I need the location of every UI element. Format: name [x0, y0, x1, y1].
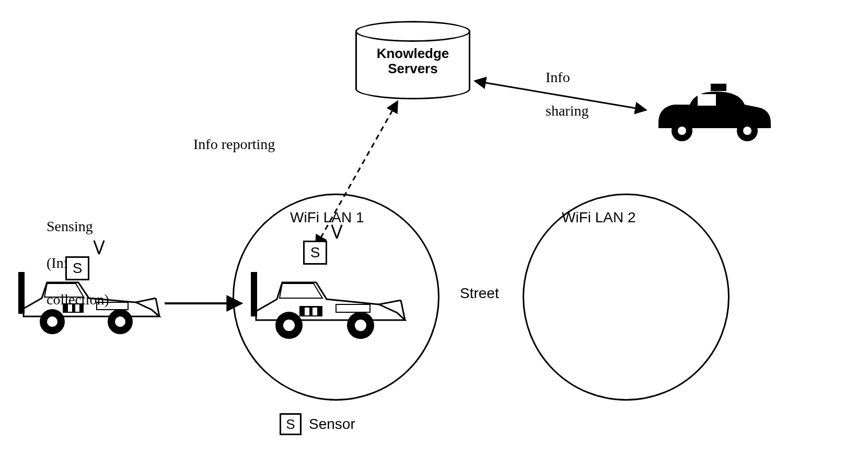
svg-line-22 [379, 300, 401, 304]
legend-sensor-box: S [280, 413, 302, 435]
sensor-box-car2: S [303, 241, 327, 265]
legend-sensor: S Sensor [280, 413, 355, 435]
svg-rect-20 [251, 272, 257, 316]
svg-rect-30 [313, 308, 317, 315]
antenna-icon-2 [327, 224, 348, 245]
knowledge-servers-label: Knowledge Servers [355, 46, 470, 76]
svg-rect-21 [336, 304, 370, 312]
svg-point-27 [355, 320, 366, 331]
car-center-icon [248, 262, 405, 345]
svg-rect-28 [299, 306, 322, 316]
svg-rect-29 [305, 308, 309, 315]
svg-point-25 [283, 320, 295, 331]
legend-sensor-label: Sensor [309, 416, 355, 433]
